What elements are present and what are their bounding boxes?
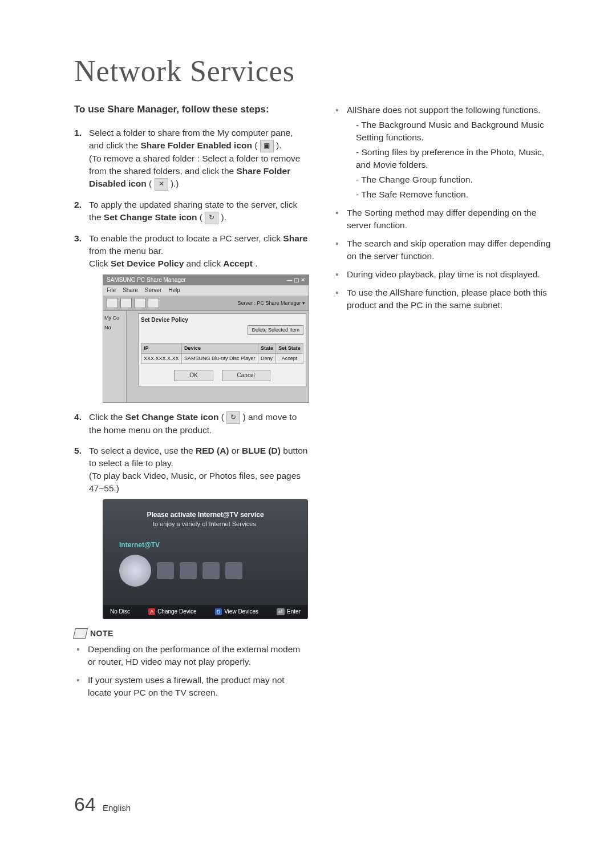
tv-icon-row [119,555,301,587]
dash-item: - The Change Group function. [356,173,559,186]
accept-button[interactable]: Accept [276,353,303,364]
internet-tv-icon[interactable] [119,555,151,587]
no-disc-label: No Disc [110,608,130,616]
dash-item: - Sorting files by preference in the Pho… [356,146,559,171]
tv-message-2: to enjoy a variety of Internet Services. [110,520,301,529]
set-change-state-icon: ↻ [205,212,218,224]
share-folder-enabled-icon: ▣ [260,140,274,152]
note-icon [73,628,88,639]
enter-icon: ⏎ [277,608,285,616]
page-language: English [103,803,131,813]
dialog-menubar: File Share Server Help [103,285,309,296]
change-device-label: Change Device [157,608,196,616]
list-item: During video playback, play time is not … [333,268,559,281]
note-item: If your system uses a firewall, the prod… [74,674,309,699]
dialog-title: SAMSUNG PC Share Manager [107,276,186,284]
dialog-side-pane: My Co No [103,311,127,402]
set-device-policy-panel: Set Device Policy Delete Selected Item I… [138,313,306,386]
dialog-titlebar: SAMSUNG PC Share Manager — ▢ ✕ [103,275,309,285]
tv-message-1: Please activate Internet@TV service [110,510,301,520]
steps-list: Select a folder to share from the My com… [74,127,309,619]
enter-label: Enter [287,608,301,616]
menu-server[interactable]: Server [145,286,161,294]
set-change-state-icon: ↻ [226,411,240,424]
list-item: The Sorting method may differ depending … [333,207,559,232]
note-list: Depending on the performance of the exte… [74,643,309,699]
badge-d-icon: D [215,608,222,616]
share-folder-disabled-icon: ✕ [155,178,168,191]
step-1: Select a folder to share from the My com… [74,127,309,191]
toolbar-icon[interactable] [148,298,159,308]
media-icon[interactable] [202,562,220,579]
cancel-button[interactable]: Cancel [222,370,270,381]
toolbar-icon[interactable] [107,298,118,308]
dash-item: - The Background Music and Background Mu… [356,119,559,144]
delete-selected-item-button[interactable]: Delete Selected Item [248,325,303,335]
device-table: IP Device State Set State XXX.XXX.X.XX S… [141,343,303,364]
page-number: 64 [74,793,96,815]
note-item: Depending on the performance of the exte… [74,643,309,668]
page-title: Network Services [74,54,559,88]
menu-share[interactable]: Share [123,286,138,294]
media-icon[interactable] [180,562,197,579]
tv-home-screenshot: Please activate Internet@TV service to e… [103,499,308,619]
panel-title: Set Device Policy [141,316,303,324]
dash-item: - The Safe Remove function. [356,188,559,201]
list-item: To use the AllShare function, please pla… [333,286,559,312]
tv-bottom-bar: No Disc AChange Device DView Devices ⏎En… [103,605,307,619]
view-devices-label: View Devices [224,608,258,616]
left-column: To use Share Manager, follow these steps… [74,104,309,705]
step-5: To select a device, use the RED (A) or B… [74,445,309,619]
toolbar-icon[interactable] [134,298,145,308]
list-item: AllShare does not support the following … [333,104,559,201]
ok-button[interactable]: OK [174,370,213,381]
badge-a-icon: A [148,608,155,616]
menu-help[interactable]: Help [168,286,180,294]
step-3: To enable the product to locate a PC ser… [74,232,309,403]
menu-file[interactable]: File [107,286,116,294]
pc-share-manager-dialog: SAMSUNG PC Share Manager — ▢ ✕ File Shar… [103,274,309,403]
window-controls: — ▢ ✕ [286,276,305,284]
media-icon[interactable] [225,562,242,579]
note-header: NOTE [74,628,309,639]
note-label: NOTE [90,629,114,638]
step-2: To apply the updated sharing state to th… [74,199,309,224]
dialog-toolbar: Server : PC Share Manager ▾ [103,296,309,311]
share-manager-heading: To use Share Manager, follow these steps… [74,104,309,115]
step-4: Click the Set Change State icon ( ↻ ) an… [74,411,309,437]
right-bullets: AllShare does not support the following … [333,104,559,312]
page-footer: 64 English [74,793,131,815]
toolbar-icon[interactable] [120,298,132,308]
right-column: AllShare does not support the following … [333,104,559,705]
table-row: XXX.XXX.X.XX SAMSUNG Blu-ray Disc Player… [141,353,303,364]
media-icon[interactable] [157,562,174,579]
internet-tv-label: Internet@TV [119,540,301,550]
list-item: The search and skip operation may differ… [333,237,559,263]
server-label: Server : PC Share Manager ▾ [237,300,305,307]
